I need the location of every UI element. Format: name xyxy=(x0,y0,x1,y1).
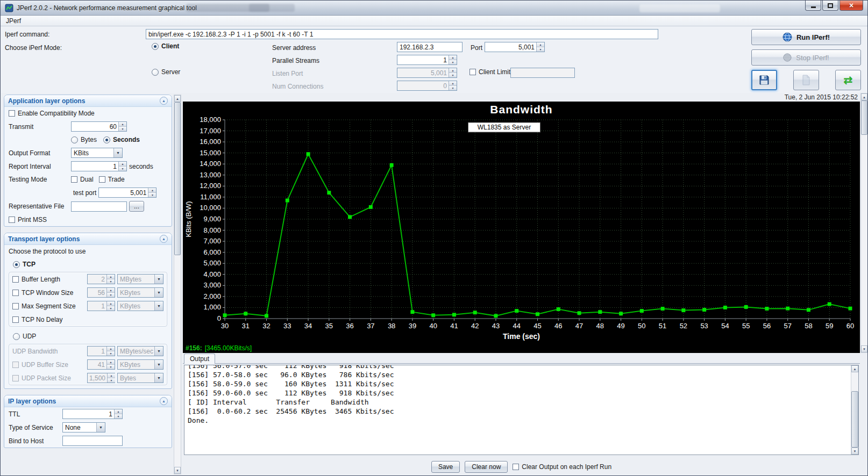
stop-iperf-button[interactable]: Stop IPerf! xyxy=(751,49,861,66)
tcp-radio[interactable]: TCP xyxy=(13,261,35,268)
server-radio[interactable]: Server xyxy=(152,68,180,76)
spinner-up-icon[interactable]: ▲ xyxy=(449,68,457,73)
spinner-down-icon[interactable]: ▼ xyxy=(115,414,122,419)
restore-defaults-button[interactable]: ⇄ xyxy=(835,70,861,90)
iperf-command-field[interactable]: bin/iperf.exe -c 192.168.2.3 -P 1 -i 1 -… xyxy=(146,29,658,39)
server-address-field[interactable]: 192.168.2.3 xyxy=(397,42,463,52)
bytes-radio[interactable]: Bytes xyxy=(71,136,97,143)
scroll-track[interactable] xyxy=(861,100,867,345)
spinner-down-icon[interactable]: ▼ xyxy=(107,279,115,284)
scroll-thumb[interactable] xyxy=(174,102,181,255)
buffer-length-unit-select[interactable]: MBytes ▼ xyxy=(117,274,163,284)
udp-packet-checkbox[interactable]: UDP Packet Size xyxy=(12,374,85,382)
spinner-up-icon[interactable]: ▲ xyxy=(119,162,126,167)
seconds-radio[interactable]: Seconds xyxy=(103,136,140,143)
spinner-down-icon[interactable]: ▼ xyxy=(449,73,457,77)
bind-to-host-field[interactable] xyxy=(62,436,123,446)
transmit-spinner[interactable]: 60 ▲▼ xyxy=(71,121,127,132)
spinner-up-icon[interactable]: ▲ xyxy=(449,81,457,86)
scroll-up-icon[interactable]: ▲ xyxy=(851,365,858,372)
tcp-no-delay-checkbox[interactable]: TCP No Delay xyxy=(12,316,62,323)
browse-file-button[interactable]: ... xyxy=(129,201,144,212)
port-spinner[interactable]: 5,001 ▲▼ xyxy=(485,42,545,52)
report-interval-spinner[interactable]: 1 ▲▼ xyxy=(71,161,127,171)
spinner-down-icon[interactable]: ▼ xyxy=(537,47,544,52)
dual-checkbox[interactable]: Dual xyxy=(71,176,94,183)
udp-packet-unit-select[interactable]: Bytes ▼ xyxy=(117,373,163,383)
udp-radio[interactable]: UDP xyxy=(13,333,36,340)
spinner-down-icon[interactable]: ▼ xyxy=(107,306,115,311)
minimize-button[interactable] xyxy=(805,1,821,11)
spinner-up-icon[interactable]: ▲ xyxy=(119,122,126,127)
ttl-spinner[interactable]: 1 ▲▼ xyxy=(62,409,123,419)
test-port-spinner[interactable]: 5,001 ▲▼ xyxy=(98,187,156,198)
spinner-down-icon[interactable]: ▼ xyxy=(449,60,457,64)
spinner-up-icon[interactable]: ▲ xyxy=(107,360,115,365)
menu-jperf[interactable]: JPerf xyxy=(1,16,26,26)
spinner-down-icon[interactable]: ▼ xyxy=(107,351,115,356)
udp-buffer-unit-select[interactable]: KBytes ▼ xyxy=(117,359,163,370)
spinner-up-icon[interactable]: ▲ xyxy=(115,409,122,414)
spinner-down-icon[interactable]: ▼ xyxy=(108,378,115,383)
buffer-length-spinner[interactable]: 2 ▲▼ xyxy=(87,274,115,284)
tab-output[interactable]: Output xyxy=(184,354,215,364)
max-segment-spinner[interactable]: 1 ▲▼ xyxy=(87,301,115,311)
spinner-up-icon[interactable]: ▲ xyxy=(108,373,115,378)
output-format-select[interactable]: KBits ▼ xyxy=(71,148,123,158)
scroll-track[interactable] xyxy=(851,372,858,448)
udp-buffer-checkbox[interactable]: UDP Buffer Size xyxy=(12,361,85,369)
spinner-up-icon[interactable]: ▲ xyxy=(537,42,544,47)
type-of-service-select[interactable]: None ▼ xyxy=(62,422,105,432)
buffer-length-checkbox[interactable]: Buffer Length xyxy=(12,276,85,283)
client-radio[interactable]: Client xyxy=(152,42,179,50)
clear-now-button[interactable]: Clear now xyxy=(465,461,508,473)
spinner-up-icon[interactable]: ▲ xyxy=(107,347,115,351)
num-connections-spinner[interactable]: 0 ▲▼ xyxy=(397,81,457,91)
spinner-up-icon[interactable]: ▲ xyxy=(107,301,115,306)
scroll-thumb[interactable] xyxy=(851,391,858,448)
output-textarea[interactable]: [156] 56.0-57.0 sec 112 KBytes 918 Kbits… xyxy=(184,365,859,455)
client-limit-checkbox[interactable]: Client Limit xyxy=(469,68,510,76)
spinner-down-icon[interactable]: ▼ xyxy=(119,127,126,131)
trade-checkbox[interactable]: Trade xyxy=(99,176,125,183)
collapse-icon[interactable]: ▲ xyxy=(160,235,168,243)
scroll-thumb[interactable] xyxy=(861,100,867,135)
save-output-button[interactable]: Save xyxy=(431,461,460,473)
sidebar-scrollbar[interactable]: ▲ ▼ xyxy=(174,95,181,474)
output-scrollbar[interactable]: ▲ ▼ xyxy=(851,365,858,455)
listen-port-spinner[interactable]: 5,001 ▲▼ xyxy=(397,68,457,78)
tcp-window-unit-select[interactable]: KBytes ▼ xyxy=(117,287,163,298)
spinner-up-icon[interactable]: ▲ xyxy=(107,288,115,293)
client-limit-field[interactable] xyxy=(510,68,575,78)
udp-bandwidth-spinner[interactable]: 1 ▲▼ xyxy=(87,346,115,356)
tcp-window-spinner[interactable]: 56 ▲▼ xyxy=(87,287,115,298)
enable-compatibility-checkbox[interactable]: Enable Compatibility Mode xyxy=(9,110,95,117)
spinner-down-icon[interactable]: ▼ xyxy=(449,86,457,90)
spinner-up-icon[interactable]: ▲ xyxy=(148,188,156,193)
load-configuration-button[interactable] xyxy=(793,70,819,90)
title-bar[interactable]: JPerf 2.0.2 - Network performance measur… xyxy=(1,1,867,16)
max-segment-checkbox[interactable]: Max Segment Size xyxy=(12,302,85,310)
parallel-streams-spinner[interactable]: 1 ▲▼ xyxy=(397,55,457,65)
scroll-down-icon[interactable]: ▼ xyxy=(851,448,858,455)
maximize-button[interactable] xyxy=(822,1,838,11)
udp-packet-spinner[interactable]: 1,500 ▲▼ xyxy=(87,373,115,383)
spinner-up-icon[interactable]: ▲ xyxy=(449,55,457,60)
close-button[interactable]: × xyxy=(839,1,863,11)
scroll-down-icon[interactable]: ▼ xyxy=(861,345,867,352)
save-configuration-button[interactable] xyxy=(751,70,777,90)
collapse-icon[interactable]: ▲ xyxy=(160,397,168,405)
print-mss-checkbox[interactable]: Print MSS xyxy=(9,216,47,223)
spinner-down-icon[interactable]: ▼ xyxy=(148,193,156,197)
run-iperf-button[interactable]: Run IPerf! xyxy=(751,29,861,45)
representative-file-field[interactable] xyxy=(71,201,127,212)
spinner-up-icon[interactable]: ▲ xyxy=(107,275,115,279)
scroll-track[interactable] xyxy=(174,102,181,467)
spinner-down-icon[interactable]: ▼ xyxy=(107,293,115,297)
clear-output-each-run-checkbox[interactable]: Clear Output on each Iperf Run xyxy=(513,463,611,471)
udp-buffer-spinner[interactable]: 41 ▲▼ xyxy=(87,359,115,370)
max-segment-unit-select[interactable]: KBytes ▼ xyxy=(117,301,163,311)
udp-bandwidth-unit-select[interactable]: MBytes/sec ▼ xyxy=(117,346,163,356)
scroll-down-icon[interactable]: ▼ xyxy=(174,467,181,474)
chart-scrollbar[interactable]: ▲ ▼ xyxy=(860,93,868,353)
